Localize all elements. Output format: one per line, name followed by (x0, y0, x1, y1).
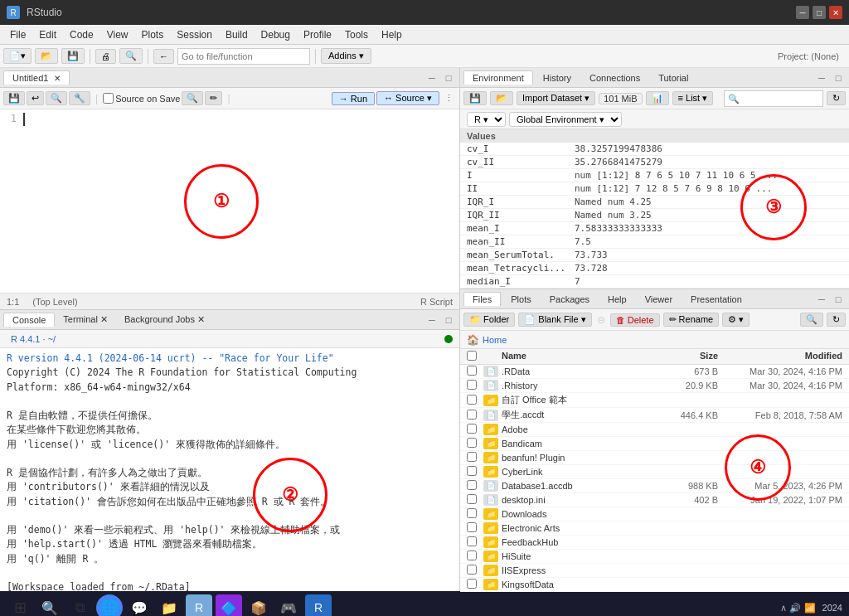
r-version-badge[interactable]: R 4.4.1 · ~/ (7, 334, 60, 344)
file-name-office[interactable]: 自訂 Office 範本 (502, 394, 660, 406)
open-file-button[interactable]: 📂 (35, 48, 58, 64)
menu-help[interactable]: Help (375, 27, 409, 42)
file-name-beanfun[interactable]: beanfun! Plugin (502, 453, 660, 463)
editor-tab-close[interactable]: ✕ (54, 74, 61, 83)
menu-file[interactable]: File (3, 27, 32, 42)
goto-file-input[interactable] (177, 48, 310, 65)
console-tab[interactable]: Console (3, 313, 55, 327)
home-link[interactable]: Home (483, 335, 507, 345)
env-row-iqr_i[interactable]: IQR_I Named num 4.25 (460, 196, 849, 209)
editor-undo-btn[interactable]: ↩ (27, 91, 44, 105)
taskbar-purple-btn[interactable]: 🔷 (216, 594, 242, 616)
addins-button[interactable]: Addins ▾ (321, 48, 371, 64)
new-blank-file-button[interactable]: 📄 Blank File ▾ (518, 313, 591, 327)
editor-extra-btn[interactable]: ⋮ (441, 92, 456, 105)
env-tab-tutorial[interactable]: Tutorial (650, 71, 696, 85)
env-tab-connections[interactable]: Connections (581, 71, 648, 85)
editor-search-btn[interactable]: 🔍 (46, 91, 67, 105)
env-list-btn[interactable]: ≡ List ▾ (672, 91, 714, 105)
env-graph-btn[interactable]: 📊 (646, 91, 669, 105)
console-content[interactable]: R version 4.4.1 (2024-06-14 ucrt) -- "Ra… (0, 348, 459, 591)
files-maximize-btn[interactable]: □ (831, 293, 846, 306)
col-name[interactable]: Name (502, 351, 660, 362)
file-name-rhistory[interactable]: .Rhistory (502, 381, 660, 390)
taskbar-game-btn[interactable]: 🎮 (275, 594, 302, 616)
taskbar-search-btn[interactable]: 🔍 (36, 594, 63, 616)
env-row-mean_serum[interactable]: mean_SerumTotal. 73.733 (460, 249, 849, 262)
taskbar-chrome-btn[interactable]: 🌐 (96, 594, 123, 616)
file-name-ea[interactable]: Electronic Arts (502, 523, 660, 533)
files-refresh-btn[interactable]: ↻ (827, 313, 846, 327)
save-button[interactable]: 💾 (61, 48, 85, 64)
editor-format-btn[interactable]: ✏ (205, 91, 222, 105)
source-button[interactable]: ↔ Source ▾ (376, 91, 439, 105)
menu-plots[interactable]: Plots (135, 27, 171, 42)
window-controls[interactable]: ─ □ ✕ (796, 6, 842, 19)
header-checkbox[interactable] (467, 351, 480, 362)
r-env-select[interactable]: R ▾ (467, 112, 506, 127)
col-size[interactable]: Size (660, 351, 718, 362)
editor-minimize-btn[interactable]: ─ (424, 71, 439, 85)
file-name-database[interactable]: Database1.accdb (502, 481, 660, 491)
delete-button[interactable]: 🗑 Delete (610, 313, 660, 327)
env-row-i[interactable]: I num [1:12] 8 7 6 5 10 7 11 10 6 5 ... (460, 169, 849, 182)
menu-code[interactable]: Code (63, 27, 100, 42)
files-gear-button[interactable]: ⚙ ▾ (722, 313, 750, 327)
back-button[interactable]: ← (153, 49, 174, 64)
env-row-iqr_ii[interactable]: IQR_II Named num 3.25 (460, 209, 849, 222)
env-minimize-btn[interactable]: ─ (814, 71, 829, 85)
env-import-btn[interactable]: Import Dataset ▾ (517, 91, 595, 105)
find-button[interactable]: 🔍 (119, 48, 143, 64)
env-tab-history[interactable]: History (535, 71, 580, 85)
file-name-hisuite[interactable]: HiSuite (502, 551, 660, 561)
menu-view[interactable]: View (100, 27, 135, 42)
files-minimize-btn[interactable]: ─ (814, 293, 829, 306)
run-button[interactable]: → Run (332, 92, 375, 105)
env-row-cv_i[interactable]: cv_I 38.3257199478386 (460, 143, 849, 156)
file-name-downloads[interactable]: Downloads (502, 509, 660, 519)
menu-debug[interactable]: Debug (255, 27, 297, 42)
taskbar-taskview-btn[interactable]: ⧉ (66, 594, 93, 616)
menu-profile[interactable]: Profile (297, 27, 338, 42)
new-file-button[interactable]: 📄▾ (3, 48, 32, 64)
editor-script-type[interactable]: R Script (420, 297, 453, 307)
minimize-button[interactable]: ─ (796, 6, 809, 19)
env-row-ii[interactable]: II num [1:12] 7 12 8 5 7 6 9 8 10 6 ... (460, 182, 849, 196)
source-on-save-label[interactable]: Source on Save (103, 93, 180, 104)
files-tab-presentation[interactable]: Presentation (682, 293, 750, 306)
editor-maximize-btn[interactable]: □ (441, 71, 456, 85)
file-name-adobe[interactable]: Adobe (502, 424, 660, 434)
file-name-feedbackhub[interactable]: FeedbackHub (502, 537, 660, 547)
env-search-input[interactable] (724, 90, 823, 107)
background-jobs-tab[interactable]: Background Jobs ✕ (116, 313, 213, 327)
env-row-cv_ii[interactable]: cv_II 35.2766841475279 (460, 156, 849, 169)
taskbar-pkg-btn[interactable]: 📦 (245, 594, 272, 616)
global-env-select[interactable]: Global Environment ▾ (509, 112, 622, 127)
menu-session[interactable]: Session (170, 27, 219, 42)
taskbar-line-btn[interactable]: 💬 (126, 594, 153, 616)
terminal-tab[interactable]: Terminal ✕ (55, 313, 116, 327)
close-button[interactable]: ✕ (829, 6, 842, 19)
editor-save-btn[interactable]: 💾 (3, 91, 25, 105)
file-name-desktop[interactable]: desktop.ini (502, 495, 660, 505)
console-maximize-btn[interactable]: □ (441, 313, 456, 327)
editor-text-area[interactable] (23, 113, 456, 289)
env-row-median_i[interactable]: median_I 7 (460, 275, 849, 289)
file-name-kingsoftdata[interactable]: KingsoftData (502, 580, 660, 589)
env-row-mean_ii[interactable]: mean_II 7.5 (460, 235, 849, 249)
file-name-bandicam[interactable]: Bandicam (502, 439, 660, 449)
maximize-button[interactable]: □ (813, 6, 826, 19)
env-tab-environment[interactable]: Environment (463, 70, 533, 85)
editor-tab-untitled1[interactable]: Untitled1 ✕ (3, 70, 70, 85)
console-minimize-btn[interactable]: ─ (424, 313, 439, 327)
files-tab-files[interactable]: Files (463, 292, 501, 306)
file-name-accdt[interactable]: 學生.accdt (502, 409, 660, 421)
taskbar-rstudio-btn[interactable]: R (186, 594, 212, 616)
new-folder-button[interactable]: 📁 Folder (463, 313, 515, 327)
env-load-btn[interactable]: 📂 (490, 91, 513, 105)
files-tab-packages[interactable]: Packages (541, 293, 598, 306)
env-row-mean_tetra[interactable]: mean_Tetracycli... 73.728 (460, 262, 849, 275)
menu-tools[interactable]: Tools (338, 27, 375, 42)
file-name-cyberlink[interactable]: CyberLink (502, 467, 660, 477)
file-name-rdata[interactable]: .RData (502, 366, 660, 376)
